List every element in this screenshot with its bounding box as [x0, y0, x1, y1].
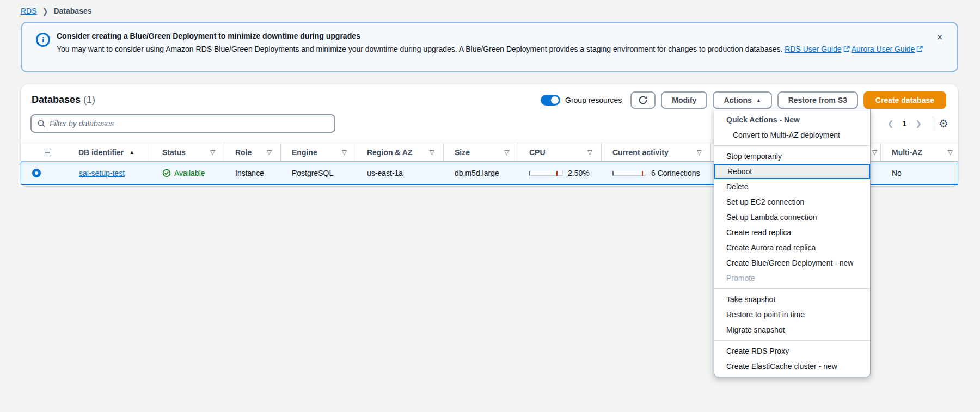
column-header-cpu[interactable]: CPU ▽ [518, 143, 601, 161]
filter-column-icon[interactable]: ▽ [587, 149, 592, 156]
column-header-role[interactable]: Role ▽ [224, 143, 280, 161]
menu-item-promote: Promote [714, 270, 870, 286]
cpu-cell: 2.50% [518, 162, 602, 184]
group-resources-toggle[interactable] [541, 95, 560, 106]
engine-cell: PostgreSQL [281, 162, 356, 184]
info-icon: i [36, 33, 50, 47]
filter-column-icon[interactable]: ▽ [504, 149, 509, 156]
select-all-header-cell [21, 143, 68, 161]
banner-body: You may want to consider using Amazon RD… [57, 44, 938, 55]
menu-item-reboot[interactable]: Reboot [714, 164, 870, 179]
search-icon [37, 119, 46, 128]
menu-divider [714, 340, 870, 341]
row-radio-selected[interactable] [32, 169, 41, 177]
breadcrumb-chevron-icon: ❯ [42, 6, 48, 16]
column-header-current-activity[interactable]: Current activity ▽ [601, 143, 710, 161]
menu-item-create-read-replica[interactable]: Create read replica [714, 225, 870, 240]
connections-gauge [612, 171, 646, 176]
role-cell: Instance [224, 162, 281, 184]
column-header-size[interactable]: Size ▽ [443, 143, 518, 161]
filter-column-icon[interactable]: ▽ [872, 149, 877, 156]
banner-body-text: You may want to consider using Amazon RD… [57, 45, 782, 53]
next-page-icon[interactable]: ❯ [910, 119, 927, 128]
menu-item-setup-ec2-connection[interactable]: Set up EC2 connection [714, 194, 870, 210]
current-page-number[interactable]: 1 [899, 119, 910, 128]
page-title: Databases(1) [32, 94, 95, 106]
select-all-checkbox[interactable] [44, 149, 51, 156]
pagination: ❮ 1 ❯ ⚙ [882, 115, 948, 132]
menu-divider [714, 288, 870, 289]
menu-item-setup-lambda-connection[interactable]: Set up Lambda connection [714, 210, 870, 225]
filter-column-icon[interactable]: ▽ [697, 149, 702, 156]
refresh-icon [638, 95, 648, 105]
menu-section-quick-actions: Quick Actions - New [714, 112, 870, 127]
column-header-status[interactable]: Status ▽ [151, 143, 224, 161]
gauge-tick [642, 171, 643, 176]
menu-item-take-snapshot[interactable]: Take snapshot [714, 292, 870, 307]
rds-user-guide-link[interactable]: RDS User Guide [785, 45, 849, 53]
menu-item-create-aurora-read-replica[interactable]: Create Aurora read replica [714, 240, 870, 255]
column-header-db-identifier[interactable]: DB identifier ▲ [68, 143, 151, 161]
menu-item-stop-temporarily[interactable]: Stop temporarily [714, 149, 870, 164]
column-header-region-az[interactable]: Region & AZ ▽ [356, 143, 443, 161]
previous-page-icon[interactable]: ❮ [882, 119, 899, 128]
actions-button[interactable]: Actions ▲ [713, 91, 771, 109]
group-resources-control: Group resources [541, 95, 622, 106]
filter-column-icon[interactable]: ▽ [430, 149, 434, 156]
row-select-cell [21, 162, 68, 184]
menu-item-convert-multi-az[interactable]: Convert to Multi-AZ deployment [714, 127, 870, 143]
current-activity-cell: 6 Connections [602, 162, 711, 184]
banner-title: Consider creating a Blue/Green Deploymen… [57, 32, 360, 40]
blue-green-info-banner: i Consider creating a Blue/Green Deploym… [21, 22, 958, 72]
menu-item-migrate-snapshot[interactable]: Migrate snapshot [714, 322, 870, 337]
group-resources-label: Group resources [565, 96, 622, 104]
gauge-tick [556, 171, 558, 176]
column-header-multi-az[interactable]: Multi-AZ ▽ [880, 143, 958, 161]
filter-column-icon[interactable]: ▽ [948, 149, 953, 156]
status-badge: Available [162, 169, 205, 177]
table-settings-gear-icon[interactable]: ⚙ [939, 118, 948, 129]
pager-divider [933, 116, 933, 131]
menu-item-restore-to-point-in-time[interactable]: Restore to point in time [714, 307, 870, 322]
menu-item-create-blue-green-deployment[interactable]: Create Blue/Green Deployment - new [714, 255, 870, 270]
toolbar: Group resources Modify Actions ▲ Restore… [541, 91, 946, 109]
breadcrumb-rds-link[interactable]: RDS [21, 7, 37, 15]
multi-az-cell: No [881, 162, 958, 184]
indeterminate-icon [45, 152, 50, 153]
filter-column-icon[interactable]: ▽ [342, 149, 347, 156]
panel-title-text: Databases [32, 94, 81, 105]
modify-button[interactable]: Modify [661, 91, 707, 109]
filter-column-icon[interactable]: ▽ [267, 149, 272, 156]
breadcrumb-current: Databases [53, 7, 91, 15]
sort-ascending-icon[interactable]: ▲ [129, 149, 134, 155]
actions-dropdown-menu: Quick Actions - New Convert to Multi-AZ … [714, 109, 871, 377]
breadcrumb: RDS ❯ Databases [21, 7, 92, 15]
status-cell: Available [151, 162, 224, 184]
external-link-icon [843, 46, 850, 52]
create-database-button[interactable]: Create database [863, 91, 946, 109]
toggle-knob [551, 96, 559, 104]
refresh-button[interactable] [630, 91, 656, 109]
banner-close-icon[interactable]: ✕ [933, 30, 946, 44]
rds-databases-page: RDS ❯ Databases i Consider creating a Bl… [0, 0, 980, 412]
db-identifier-cell: sai-setup-test [68, 162, 151, 184]
resource-count: (1) [83, 94, 95, 105]
filter-box [30, 114, 335, 133]
cpu-gauge [529, 171, 563, 176]
aurora-user-guide-link[interactable]: Aurora User Guide [852, 45, 923, 53]
filter-databases-input[interactable] [50, 119, 329, 128]
filter-column-icon[interactable]: ▽ [210, 149, 215, 156]
menu-divider [714, 145, 870, 146]
db-identifier-link[interactable]: sai-setup-test [79, 169, 125, 177]
menu-item-create-elasticache-cluster[interactable]: Create ElastiCache cluster - new [714, 359, 870, 374]
menu-item-delete[interactable]: Delete [714, 179, 870, 194]
menu-item-create-rds-proxy[interactable]: Create RDS Proxy [714, 343, 870, 359]
restore-from-s3-button[interactable]: Restore from S3 [777, 91, 858, 109]
check-circle-icon [162, 169, 171, 177]
size-cell: db.m5d.large [444, 162, 518, 184]
region-az-cell: us-east-1a [356, 162, 444, 184]
column-header-engine[interactable]: Engine ▽ [280, 143, 356, 161]
caret-up-icon: ▲ [756, 97, 761, 103]
actions-button-label: Actions [724, 96, 751, 104]
external-link-icon [916, 46, 923, 52]
